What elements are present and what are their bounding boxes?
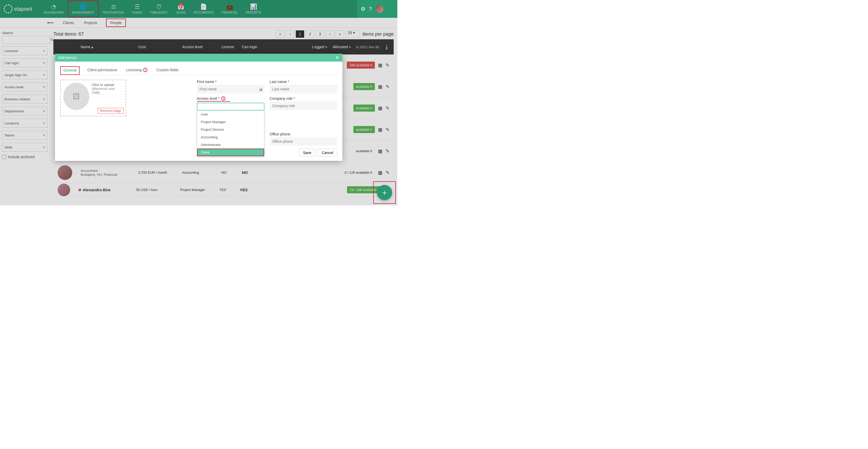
document-icon: 📄 [200,3,207,10]
details-icon[interactable]: ▦ [378,148,382,154]
stopwatch-icon: ⏱ [156,3,162,10]
add-button[interactable]: ＋ [377,185,392,200]
first-name-input[interactable] [197,85,265,93]
brand-text: elapseit [14,6,32,12]
photo-upload[interactable]: 🖼 Click to upload (Maximum size: 2MB) Re… [60,80,126,116]
filter-licensed[interactable]: Licensed▼ [2,47,48,55]
nav-dashboard[interactable]: ◔DASHBOARD [40,1,67,17]
subnav-projects[interactable]: Projects [83,19,98,27]
nav-financial[interactable]: 💼FINANCIAL [218,1,242,17]
edit-icon[interactable]: ✎ [385,170,390,176]
col-login[interactable]: Can login [242,45,271,49]
option-project-manager[interactable]: Project Manager [197,118,264,126]
filter-departments[interactable]: Departments▼ [2,107,48,116]
access-level-input[interactable] [197,103,265,111]
filter-teams[interactable]: Teams▼ [2,131,48,140]
office-phone-input[interactable] [270,137,337,146]
settings-icon[interactable]: ⚙ [361,6,365,12]
table-header: Name ▴ Cost Access level License Can log… [53,39,394,55]
option-user[interactable]: User [197,111,264,118]
filter-business-relation[interactable]: Business relation▼ [2,95,48,103]
user-avatar[interactable] [376,5,383,13]
cancel-button[interactable]: Cancel [318,149,337,157]
details-icon[interactable]: ▦ [378,170,382,176]
per-page-select[interactable]: 25 ▾ [345,30,360,38]
calendar-icon: 📅 [177,3,184,10]
help-icon[interactable]: ? [369,6,372,12]
rightbar: ⚙ ? [357,0,397,18]
download-icon[interactable]: ⭳ [384,44,390,50]
fab-highlight-box: ＋ [373,181,396,204]
edit-icon[interactable]: ✎ [385,148,390,154]
close-icon[interactable]: ✕ [335,55,339,61]
filter-sso[interactable]: Single Sign On▼ [2,70,48,79]
subnav-clients[interactable]: Clients [62,19,75,27]
nav-tasks[interactable]: ☰TASKS [128,1,146,17]
page-3[interactable]: 3 [316,30,324,38]
date-range: to 2021-Jun-30 [356,45,379,49]
remove-image-button[interactable]: Remove image [98,108,124,114]
filter-access-level[interactable]: Access level▼ [2,83,48,91]
office-phone-label: Office phone [270,132,337,136]
access-level-label: Access level *i [197,96,230,102]
row-cost: 3,700 EUR / month [138,171,182,175]
last-name-input[interactable] [270,85,337,93]
nav-documents[interactable]: 📄DOCUMENTS [190,1,217,17]
details-icon[interactable]: ▦ [378,62,382,68]
company-role-label: Company role * [270,96,337,100]
page-1[interactable]: 1 [296,30,304,38]
col-cost[interactable]: Cost [138,45,182,49]
access-level-menu: User Project Manager Project Director Ac… [197,111,265,156]
col-license[interactable]: License [221,45,242,49]
logo[interactable]: elapseit [4,4,32,13]
include-archived-checkbox[interactable]: Include archived [2,155,48,159]
edit-icon[interactable]: ✎ [385,62,390,68]
subnav-people[interactable]: People [106,19,126,27]
page-next[interactable]: › [326,30,334,38]
col-name[interactable]: Name ▴ [81,45,138,49]
company-role-input[interactable] [270,102,337,110]
status-dot-icon [79,189,81,191]
edit-icon[interactable]: ✎ [385,127,390,132]
col-logged[interactable]: Logged [312,45,328,49]
access-level-select[interactable]: User Project Manager Project Director Ac… [197,103,265,111]
row-cost: 55 USD / hour [136,188,180,192]
page-last[interactable]: » [336,30,344,38]
table-row: Accountant Budapest, HU, Financial 3,700… [53,162,394,183]
globe-icon: 🌐 [80,3,87,10]
page-prev[interactable]: ‹ [286,30,294,38]
option-administrator[interactable]: Administrator [197,141,264,149]
col-allocated[interactable]: Allocated [333,45,351,49]
nav-leave[interactable]: 📅LEAVE [172,1,189,17]
tab-client-permissions[interactable]: Client permissions [86,66,118,74]
edit-icon[interactable]: ✎ [385,105,390,111]
tab-general[interactable]: General [60,66,80,75]
filter-can-login[interactable]: Can login▼ [2,58,48,67]
tab-custom-fields[interactable]: Custom fields [155,66,180,74]
option-client[interactable]: Client [197,149,264,156]
details-icon[interactable]: ▦ [378,105,382,111]
page-first[interactable]: « [276,30,284,38]
nav-resourcing[interactable]: ⚖RESOURCING [99,1,128,17]
nav-management[interactable]: 🌐MANAGEMENT [68,1,99,17]
edit-icon[interactable]: ✎ [385,84,390,90]
content-top: Total items: 67 « ‹ 1 2 3 › » 25 ▾ items… [53,30,394,38]
filter-skills[interactable]: Skills▼ [2,143,48,152]
add-person-modal: Add person ✕ General Client permissions … [55,54,342,161]
nav-reports[interactable]: 📊REPORTS [242,1,265,17]
option-accounting[interactable]: Accounting [197,133,264,141]
option-project-director[interactable]: Project Director [197,126,264,133]
first-name-label: First name * [197,80,265,84]
tab-licensing[interactable]: Licensingi [125,66,148,74]
filter-locations[interactable]: Locations▼ [2,119,48,127]
page-2[interactable]: 2 [306,30,314,38]
col-access[interactable]: Access level [182,45,221,49]
nav-timesheet[interactable]: ⏱TIMESHEET [146,1,172,17]
details-icon[interactable]: ▦ [378,127,382,132]
availability-badge: available h [353,126,375,133]
save-button[interactable]: Save [299,149,315,157]
details-icon[interactable]: ▦ [378,84,382,90]
access-level-group: Access level *i User Project Manager Pro… [197,96,265,111]
back-icon[interactable]: ⟵ [47,20,54,26]
search-input[interactable] [2,36,50,44]
